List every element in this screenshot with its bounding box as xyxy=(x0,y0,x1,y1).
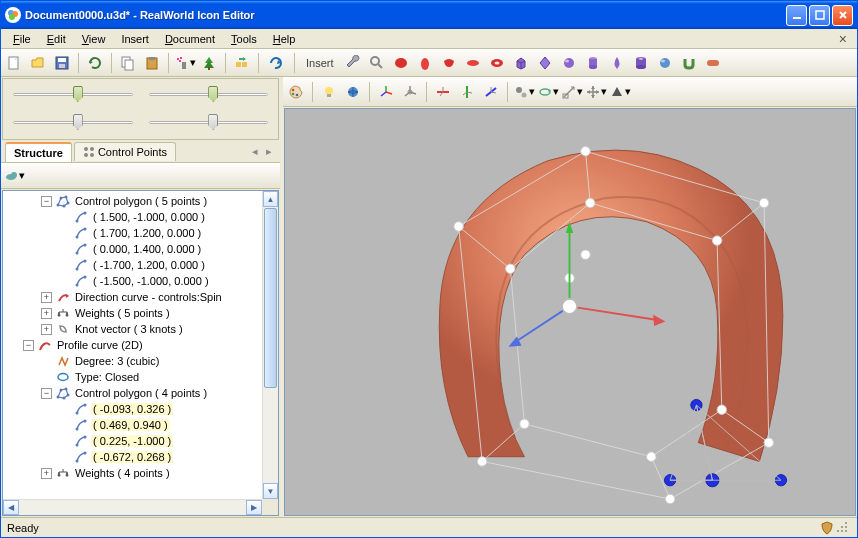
tree-node[interactable]: −Profile curve (2D) xyxy=(5,337,260,353)
insert-egg-icon[interactable] xyxy=(414,52,436,74)
menu-file[interactable]: File xyxy=(5,31,39,47)
tree-node[interactable]: ( -0.672, 0.268 ) xyxy=(5,449,260,465)
menu-edit[interactable]: Edit xyxy=(39,31,74,47)
menu-insert[interactable]: Insert xyxy=(113,31,157,47)
axis-y-icon[interactable] xyxy=(456,81,478,103)
cloud-dropdown-icon[interactable]: ▾ xyxy=(5,166,25,186)
menu-view[interactable]: View xyxy=(74,31,114,47)
status-shield-icon[interactable] xyxy=(819,520,835,536)
slider-2[interactable] xyxy=(141,81,277,109)
insert-drop-icon[interactable] xyxy=(606,52,628,74)
tree-node[interactable]: ( 0.469, 0.940 ) xyxy=(5,417,260,433)
scroll-right-icon[interactable]: ▶ xyxy=(246,500,262,515)
tree-expander-icon[interactable]: + xyxy=(41,308,52,319)
save-icon[interactable] xyxy=(51,52,73,74)
palette-icon[interactable] xyxy=(285,81,307,103)
tree-node-icon xyxy=(73,242,89,256)
maximize-button[interactable] xyxy=(809,5,830,26)
tree-node[interactable]: ( -1.700, 1.200, 0.000 ) xyxy=(5,257,260,273)
batch-icon[interactable] xyxy=(231,52,253,74)
redo-icon[interactable] xyxy=(264,52,286,74)
menu-help[interactable]: Help xyxy=(265,31,304,47)
tree-node-label: Control polygon ( 5 points ) xyxy=(73,195,209,207)
tree-node[interactable]: −Control polygon ( 4 points ) xyxy=(5,385,260,401)
spray-tool-icon[interactable]: ▾ xyxy=(174,52,196,74)
slider-4[interactable] xyxy=(141,109,277,137)
move-icon[interactable]: ▾ xyxy=(585,81,607,103)
insert-blob-icon[interactable] xyxy=(390,52,412,74)
insert-cylinder-icon[interactable] xyxy=(582,52,604,74)
insert-diamond-icon[interactable] xyxy=(534,52,556,74)
tree-node[interactable]: −Control polygon ( 5 points ) xyxy=(5,193,260,209)
scroll-down-icon[interactable]: ▼ xyxy=(263,483,278,499)
document-close-icon[interactable]: × xyxy=(833,31,853,47)
slider-1[interactable] xyxy=(5,81,141,109)
minimize-button[interactable] xyxy=(786,5,807,26)
insert-wrench-icon[interactable] xyxy=(342,52,364,74)
insert-magnifier-icon[interactable] xyxy=(366,52,388,74)
svg-point-87 xyxy=(764,438,773,447)
tree-node[interactable]: +Direction curve - controls:Spin xyxy=(5,289,260,305)
tree-expander-icon[interactable]: − xyxy=(41,388,52,399)
scroll-left-icon[interactable]: ◀ xyxy=(3,500,19,515)
tab-control-points[interactable]: Control Points xyxy=(74,142,176,161)
tree-node[interactable]: ( 0.225, -1.000 ) xyxy=(5,433,260,449)
insert-sphere2-icon[interactable] xyxy=(654,52,676,74)
axis-z-icon[interactable] xyxy=(480,81,502,103)
tab-structure[interactable]: Structure xyxy=(5,142,72,162)
insert-bean-icon[interactable] xyxy=(438,52,460,74)
axis-xyz-icon[interactable] xyxy=(375,81,397,103)
svg-point-38 xyxy=(84,147,88,151)
tree-node[interactable]: ( 1.700, 1.200, 0.000 ) xyxy=(5,225,260,241)
gears-icon[interactable]: ▾ xyxy=(513,81,535,103)
tree-node[interactable]: ( -1.500, -1.000, 0.000 ) xyxy=(5,273,260,289)
tree-expander-icon[interactable]: + xyxy=(41,468,52,479)
globe-icon[interactable] xyxy=(342,81,364,103)
open-folder-icon[interactable] xyxy=(27,52,49,74)
new-document-icon[interactable] xyxy=(3,52,25,74)
insert-sphere-icon[interactable] xyxy=(558,52,580,74)
insert-torus-icon[interactable] xyxy=(486,52,508,74)
tree-scrollbar-horizontal[interactable]: ◀ ▶ xyxy=(3,499,262,515)
copy-icon[interactable] xyxy=(117,52,139,74)
3d-viewport[interactable] xyxy=(284,108,856,516)
insert-disc-icon[interactable] xyxy=(462,52,484,74)
tab-prev-icon[interactable]: ◂ xyxy=(248,144,262,160)
scale-icon[interactable]: ▾ xyxy=(561,81,583,103)
insert-cube-icon[interactable] xyxy=(510,52,532,74)
tree-node[interactable]: +Weights ( 5 points ) xyxy=(5,305,260,321)
tab-next-icon[interactable]: ▸ xyxy=(262,144,276,160)
undo-history-icon[interactable] xyxy=(84,52,106,74)
axis-wireframe-icon[interactable] xyxy=(399,81,421,103)
scroll-up-icon[interactable]: ▲ xyxy=(263,191,278,207)
tree-node[interactable]: +Knot vector ( 3 knots ) xyxy=(5,321,260,337)
close-button[interactable] xyxy=(832,5,853,26)
tree-icon[interactable] xyxy=(198,52,220,74)
tree-expander-icon[interactable]: − xyxy=(23,340,34,351)
tree-node[interactable]: ( 1.500, -1.000, 0.000 ) xyxy=(5,209,260,225)
tree-expander-icon[interactable]: + xyxy=(41,324,52,335)
pyramid-icon[interactable]: ▾ xyxy=(609,81,631,103)
svg-point-54 xyxy=(84,244,87,247)
tree-node[interactable]: Type: Closed xyxy=(5,369,260,385)
tree-node[interactable]: Degree: 3 (cubic) xyxy=(5,353,260,369)
tree-node[interactable]: ( -0.093, 0.326 ) xyxy=(5,401,260,417)
menu-tools[interactable]: Tools xyxy=(223,31,265,47)
tree-expander-icon[interactable]: − xyxy=(41,196,52,207)
insert-tube-icon[interactable] xyxy=(630,52,652,74)
axis-x-icon[interactable] xyxy=(432,81,454,103)
insert-ushape-icon[interactable] xyxy=(678,52,700,74)
menu-document[interactable]: Document xyxy=(157,31,223,47)
tree-scrollbar-vertical[interactable]: ▲ ▼ xyxy=(262,191,278,499)
slider-3[interactable] xyxy=(5,109,141,137)
insert-pill-icon[interactable] xyxy=(702,52,724,74)
paste-icon[interactable] xyxy=(141,52,163,74)
tree-node[interactable]: +Weights ( 4 points ) xyxy=(5,465,260,481)
resize-grip-icon[interactable] xyxy=(835,520,851,536)
main-toolbar: ▾ Insert xyxy=(1,49,857,77)
rotate-view-icon[interactable]: ▾ xyxy=(537,81,559,103)
bulb-icon[interactable] xyxy=(318,81,340,103)
tree-expander-icon[interactable]: + xyxy=(41,292,52,303)
tree-node[interactable]: ( 0.000, 1.400, 0.000 ) xyxy=(5,241,260,257)
svg-point-74 xyxy=(292,92,295,95)
